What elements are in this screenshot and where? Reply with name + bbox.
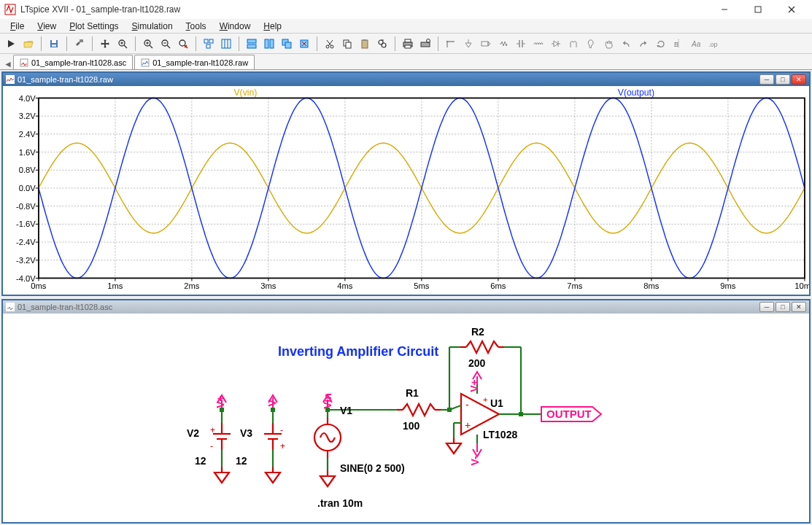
- toolbar-separator: [395, 36, 395, 51]
- menu-tools[interactable]: Tools: [180, 20, 212, 32]
- toolbar-resistor-button[interactable]: [495, 36, 511, 52]
- svg-rect-25: [209, 39, 213, 43]
- toolbar-zoom-fit-button[interactable]: [175, 36, 191, 52]
- tool-bar: EE Aa .op: [0, 34, 812, 54]
- svg-text:-: -: [210, 441, 213, 451]
- toolbar-capacitor-button[interactable]: [513, 36, 529, 52]
- svg-text:-4.0V: -4.0V: [16, 274, 36, 283]
- svg-marker-64: [554, 41, 558, 47]
- schematic-window-maximize[interactable]: □: [776, 302, 790, 312]
- schematic-window-minimize[interactable]: ─: [759, 302, 774, 312]
- schematic-area[interactable]: Inverting Amplifier Circuit +- -+: [3, 314, 809, 522]
- svg-text:0.8V: 0.8V: [19, 166, 36, 174]
- svg-rect-50: [405, 39, 411, 42]
- toolbar-open-button[interactable]: [20, 36, 36, 52]
- label-V2: V2: [187, 427, 199, 439]
- svg-marker-59: [488, 42, 490, 46]
- svg-marker-182: [320, 476, 335, 486]
- toolbar-cursor-x-button[interactable]: [218, 36, 234, 52]
- toolbar-autorange-button[interactable]: [201, 36, 217, 52]
- toolbar-save-button[interactable]: [46, 36, 62, 52]
- toolbar-cut-button[interactable]: [322, 36, 338, 52]
- svg-text:1ms: 1ms: [107, 281, 123, 290]
- menu-help[interactable]: Help: [258, 20, 287, 32]
- toolbar-zoom-area-button[interactable]: [115, 36, 131, 52]
- toolbar-zoom-out-button[interactable]: [158, 36, 174, 52]
- toolbar-print-setup-button[interactable]: [417, 36, 433, 52]
- toolbar-paste-button[interactable]: [357, 36, 373, 52]
- tab-raw[interactable]: 01_sample-tran-lt1028.raw: [134, 55, 255, 69]
- window-maximize-button[interactable]: [742, 0, 774, 19]
- svg-text:E: E: [674, 41, 678, 48]
- toolbar-mirror-button[interactable]: EE: [670, 36, 687, 52]
- menu-plot-settings[interactable]: Plot Settings: [63, 20, 124, 32]
- svg-point-21: [179, 40, 185, 46]
- toolbar-label-button[interactable]: [478, 36, 494, 52]
- tab-scroll-left[interactable]: ◄: [3, 59, 13, 69]
- toolbar-ground-button[interactable]: [460, 36, 476, 52]
- svg-marker-57: [465, 43, 471, 47]
- toolbar-inductor-button[interactable]: [530, 36, 546, 52]
- toolbar-tile-horiz-button[interactable]: [244, 36, 260, 52]
- plot-area[interactable]: 0ms1ms2ms3ms4ms5ms6ms7ms8ms9ms10ms4.0V3.…: [3, 86, 809, 295]
- toolbar-spice-directive-button[interactable]: .op: [705, 36, 722, 52]
- toolbar-wire-button[interactable]: [443, 36, 459, 52]
- label-U1: U1: [490, 397, 503, 409]
- svg-text:Aa: Aa: [691, 40, 701, 48]
- toolbar-component-button[interactable]: [565, 36, 581, 52]
- plot-window-close[interactable]: ✕: [792, 74, 806, 85]
- toolbar-copy-button[interactable]: [339, 36, 355, 52]
- menu-view[interactable]: View: [31, 20, 62, 32]
- svg-point-48: [382, 43, 386, 47]
- toolbar-redo-button[interactable]: [635, 36, 651, 52]
- svg-rect-44: [346, 42, 351, 48]
- toolbar-undo-button[interactable]: [618, 36, 634, 52]
- svg-text:5ms: 5ms: [414, 281, 430, 290]
- svg-rect-9: [80, 39, 83, 42]
- svg-marker-5: [8, 40, 15, 47]
- toolbar-diode-button[interactable]: [548, 36, 564, 52]
- svg-marker-171: [266, 472, 280, 483]
- menu-window[interactable]: Window: [214, 20, 257, 32]
- toolbar-move-button[interactable]: [583, 36, 599, 52]
- schematic-window-titlebar[interactable]: 01_sample-tran-lt1028.asc ─ □ ✕: [3, 300, 809, 314]
- toolbar-separator: [66, 36, 67, 51]
- toolbar-tile-vert-button[interactable]: [261, 36, 277, 52]
- toolbar-run-button[interactable]: [3, 36, 19, 52]
- document-tabs: ◄ 01_sample-tran-lt1028.asc 01_sample-tr…: [0, 54, 812, 70]
- toolbar-close-all-button[interactable]: [296, 36, 312, 52]
- toolbar-text-button[interactable]: Aa: [688, 36, 704, 52]
- plot-window: 01_sample-tran-lt1028.raw ─ □ ✕ 0ms1ms2m…: [1, 71, 811, 296]
- tab-schematic[interactable]: 01_sample-tran-lt1028.asc: [13, 55, 133, 69]
- toolbar-rotate-button[interactable]: [653, 36, 669, 52]
- toolbar-zoom-in-button[interactable]: [140, 36, 156, 52]
- toolbar-separator: [92, 36, 93, 51]
- toolbar-drag-button[interactable]: [600, 36, 616, 52]
- svg-text:0.0V: 0.0V: [19, 184, 36, 192]
- svg-rect-58: [482, 42, 488, 46]
- schematic-window-close[interactable]: ✕: [792, 302, 806, 312]
- window-minimize-button[interactable]: [708, 0, 741, 19]
- toolbar-pan-button[interactable]: [97, 36, 113, 52]
- menu-file[interactable]: File: [4, 20, 30, 32]
- plot-window-minimize[interactable]: ─: [759, 74, 774, 85]
- raw-tab-icon: [141, 58, 150, 67]
- window-title: LTspice XVII - 01_sample-tran-lt1028.raw: [20, 4, 708, 15]
- menu-simulation[interactable]: Simulation: [126, 20, 179, 32]
- toolbar-hammer-button[interactable]: [71, 36, 88, 52]
- window-close-button[interactable]: [776, 0, 808, 19]
- svg-text:+: +: [483, 395, 487, 404]
- toolbar-print-button[interactable]: [400, 36, 416, 52]
- label-R1val: 100: [403, 420, 419, 432]
- toolbar-find-button[interactable]: [374, 36, 390, 52]
- spice-directive-tran: .tran 10m: [317, 497, 363, 509]
- toolbar-cascade-button[interactable]: [279, 36, 295, 52]
- svg-text:7ms: 7ms: [567, 281, 583, 290]
- label-V1src: SINE(0 2 500): [340, 462, 405, 474]
- svg-line-15: [150, 45, 152, 48]
- plot-window-titlebar[interactable]: 01_sample-tran-lt1028.raw ─ □ ✕: [3, 73, 809, 86]
- plot-window-icon: [6, 75, 15, 84]
- plot-window-maximize[interactable]: □: [776, 74, 790, 85]
- svg-text:3ms: 3ms: [260, 281, 277, 290]
- toolbar-separator: [239, 36, 239, 51]
